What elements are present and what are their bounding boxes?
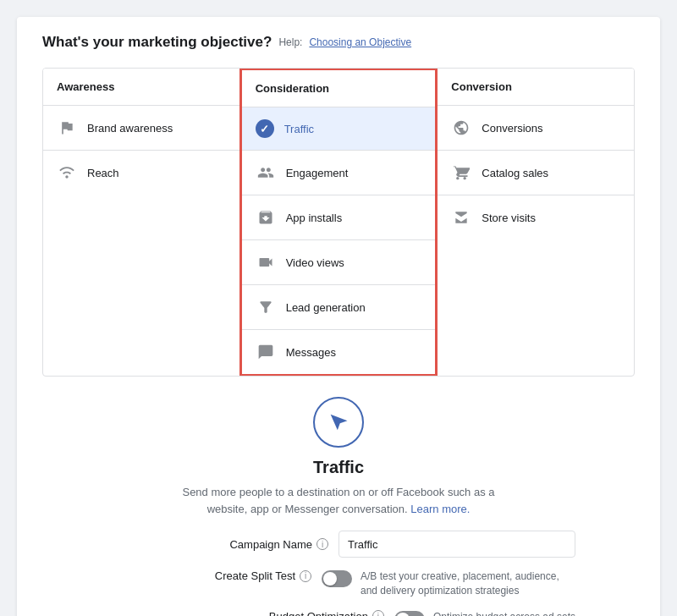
lead-generation-label: Lead generation <box>286 301 366 314</box>
selected-objective-description: Send more people to a destination on or … <box>161 484 516 517</box>
engagement-label: Engagement <box>286 167 349 179</box>
reach-label: Reach <box>87 167 119 179</box>
people-icon <box>256 162 276 183</box>
sidebar-item-engagement[interactable]: Engagement <box>242 151 436 195</box>
traffic-label: Traffic <box>284 123 314 135</box>
sidebar-item-store-visits[interactable]: Store visits <box>438 195 634 239</box>
messages-label: Messages <box>286 346 336 359</box>
learn-more-link[interactable]: Learn more. <box>410 503 470 515</box>
campaign-name-label-group: Campaign Name i <box>193 538 328 551</box>
budget-optimization-row: Budget Optimization i Optimize budget ac… <box>102 610 575 616</box>
cart-icon <box>451 162 471 183</box>
video-views-label: Video views <box>286 256 344 269</box>
budget-description: Optimize budget across ad sets <box>433 610 575 616</box>
budget-label-group: Budget Optimization i <box>249 610 384 616</box>
budget-right: Optimize budget across ad sets <box>394 610 575 616</box>
split-test-description: A/B test your creative, placement, audie… <box>361 569 575 598</box>
filter-icon <box>256 297 276 317</box>
catalog-sales-label: Catalog sales <box>482 167 548 179</box>
consideration-header: Consideration <box>242 70 436 107</box>
sidebar-item-app-installs[interactable]: App installs <box>242 195 436 240</box>
store-visits-label: Store visits <box>482 212 536 224</box>
split-test-toggle[interactable] <box>322 570 352 587</box>
help-label: Help: <box>278 36 302 48</box>
awareness-column: Awareness Brand awareness Reach <box>43 69 240 376</box>
objectives-grid: Awareness Brand awareness Reach <box>42 68 635 377</box>
video-icon <box>256 252 276 272</box>
sidebar-item-video-views[interactable]: Video views <box>242 240 436 285</box>
globe-icon <box>451 118 471 138</box>
split-test-label: Create Split Test <box>215 569 295 582</box>
sidebar-item-conversions[interactable]: Conversions <box>438 106 634 151</box>
split-test-right: A/B test your creative, placement, audie… <box>322 569 575 598</box>
campaign-form: Campaign Name i Create Split Test i A/B … <box>102 531 575 616</box>
page-header: What's your marketing objective? Help: C… <box>42 34 635 51</box>
budget-toggle[interactable] <box>394 611 425 616</box>
sidebar-item-brand-awareness[interactable]: Brand awareness <box>43 106 239 151</box>
check-icon <box>256 119 274 138</box>
sidebar-item-messages[interactable]: Messages <box>242 330 436 374</box>
split-test-label-group: Create Split Test i <box>176 569 311 582</box>
description-section: Traffic Send more people to a destinatio… <box>42 377 635 616</box>
conversion-column: Conversion Conversions Catalog sales <box>437 69 634 376</box>
help-link[interactable]: Choosing an Objective <box>309 36 411 48</box>
awareness-header: Awareness <box>43 69 239 106</box>
budget-label: Budget Optimization <box>269 610 368 616</box>
page-title: What's your marketing objective? <box>42 34 272 51</box>
box-icon <box>256 207 276 228</box>
signal-icon <box>57 162 77 183</box>
campaign-name-label: Campaign Name <box>229 538 312 551</box>
app-installs-label: App installs <box>286 212 342 224</box>
conversion-header: Conversion <box>438 69 634 106</box>
flag-icon <box>57 118 77 138</box>
campaign-name-input[interactable] <box>338 531 575 558</box>
conversions-label: Conversions <box>482 122 542 135</box>
message-icon <box>256 342 276 362</box>
selected-objective-title: Traffic <box>313 458 364 477</box>
budget-info-icon[interactable]: i <box>372 610 384 616</box>
consideration-column: Consideration Traffic Engagement <box>239 68 438 377</box>
brand-awareness-label: Brand awareness <box>87 122 173 135</box>
page-container: What's your marketing objective? Help: C… <box>17 17 660 616</box>
campaign-name-row: Campaign Name i <box>102 531 575 558</box>
split-test-row: Create Split Test i A/B test your creati… <box>102 569 575 598</box>
selected-objective-icon <box>313 397 364 448</box>
sidebar-item-traffic[interactable]: Traffic <box>242 107 436 151</box>
sidebar-item-reach[interactable]: Reach <box>43 151 239 195</box>
sidebar-item-lead-generation[interactable]: Lead generation <box>242 285 436 330</box>
store-icon <box>451 207 471 228</box>
sidebar-item-catalog-sales[interactable]: Catalog sales <box>438 151 634 195</box>
split-test-info-icon[interactable]: i <box>300 570 311 582</box>
campaign-name-info-icon[interactable]: i <box>316 538 328 550</box>
